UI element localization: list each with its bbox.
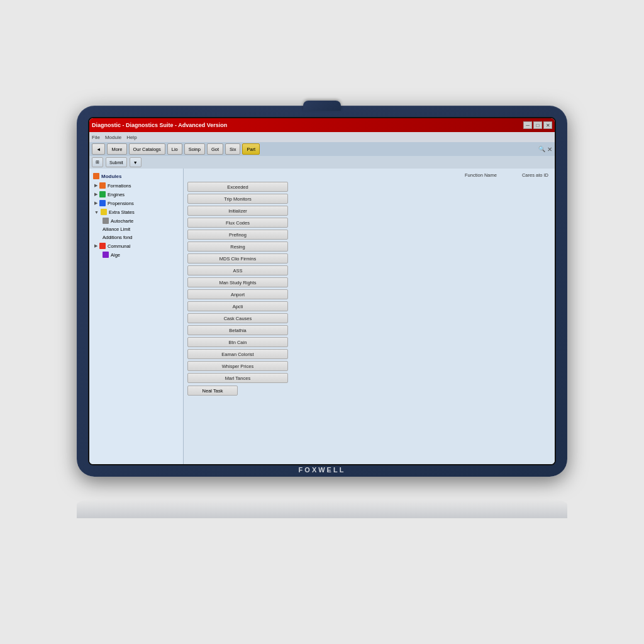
- menu-resing[interactable]: Resing: [187, 242, 288, 252]
- menu-mds[interactable]: MDS Clio Firmins: [187, 253, 288, 264]
- menu-flux-codes[interactable]: Flux Codes: [187, 218, 288, 228]
- toolbar-part[interactable]: Part: [242, 143, 260, 155]
- window-title: Diagnostic - Diagnostics Suite - Advance…: [92, 122, 523, 128]
- menu-betathia[interactable]: Betathia: [187, 325, 288, 335]
- search-icon: 🔍: [538, 146, 545, 152]
- sidebar-header: Modules: [92, 171, 180, 181]
- main-panel: Function Name Cares ato ID Exceeded Trip…: [184, 169, 555, 464]
- menu-eaman[interactable]: Eaman Colorist: [187, 349, 288, 359]
- menu-trip-monitors[interactable]: Trip Monitors: [187, 194, 288, 204]
- menu-ass[interactable]: ASS: [187, 265, 288, 275]
- col-function-name: Function Name: [465, 172, 497, 178]
- device-brand-logo: FOXWELL: [299, 466, 346, 474]
- menu-anport[interactable]: Anport: [187, 289, 288, 299]
- subtoolbar-icon[interactable]: ⊞: [92, 157, 103, 167]
- maximize-button[interactable]: □: [533, 121, 542, 129]
- toolbar-back[interactable]: ◄: [92, 143, 105, 155]
- sub-toolbar: ⊞ Submit ▼: [89, 156, 555, 169]
- autocharte-icon: [103, 218, 109, 224]
- toolbar-got[interactable]: Got: [207, 143, 223, 155]
- toolbar-more[interactable]: More: [107, 143, 126, 155]
- toolbar-soinp[interactable]: Soinp: [184, 143, 205, 155]
- window-titlebar: Diagnostic - Diagnostics Suite - Advance…: [89, 118, 555, 132]
- propensions-icon: [99, 200, 106, 206]
- handle: [303, 101, 341, 111]
- toolbar-lio[interactable]: Lio: [167, 143, 182, 155]
- toolbar: ◄ More Our Catalogs Lio Soinp Got Six Pa…: [89, 142, 555, 156]
- arrow-icon: ▶: [94, 201, 97, 206]
- menu-man-study[interactable]: Man Study Rights: [187, 277, 288, 287]
- sidebar-item-alge[interactable]: Alge: [92, 250, 180, 259]
- col-cares-id: Cares ato ID: [522, 172, 548, 178]
- next-task-button[interactable]: Neal Task: [187, 386, 238, 396]
- formations-icon: [99, 182, 106, 189]
- menu-marl[interactable]: Marl Tances: [187, 373, 288, 383]
- menu-file[interactable]: File: [92, 135, 100, 140]
- toolbar-x-button[interactable]: ✕: [547, 146, 552, 153]
- subtoolbar-dropdown[interactable]: ▼: [130, 157, 142, 167]
- sidebar: Modules ▶ Formations ▶ Engines ▶: [89, 169, 184, 464]
- engines-icon: [99, 191, 106, 197]
- device-reflection: [77, 499, 567, 518]
- close-button[interactable]: ✕: [543, 121, 552, 129]
- extrastates-icon: [101, 209, 107, 215]
- toolbar-six[interactable]: Six: [225, 143, 240, 155]
- menu-exceeded[interactable]: Exceeded: [187, 182, 288, 192]
- sidebar-item-additions[interactable]: Additions fond: [92, 233, 180, 242]
- modules-icon: [93, 173, 99, 179]
- arrow-icon: ▶: [94, 183, 97, 188]
- alge-icon: [103, 252, 109, 258]
- sidebar-item-propensions[interactable]: ▶ Propensions: [92, 199, 180, 208]
- sidebar-item-formations[interactable]: ▶ Formations: [92, 181, 180, 190]
- menu-bar: File Module Help: [89, 132, 555, 142]
- menu-cask-causes[interactable]: Cask Causes: [187, 313, 288, 323]
- toolbar-search-area: 🔍 ✕: [538, 146, 552, 153]
- device-screen: Diagnostic - Diagnostics Suite - Advance…: [88, 117, 556, 465]
- menu-help[interactable]: Help: [126, 135, 136, 140]
- menu-apcti[interactable]: Apcti: [187, 301, 288, 311]
- menu-whisper[interactable]: Whisper Prices: [187, 361, 288, 371]
- subtoolbar-submit[interactable]: Submit: [106, 157, 127, 167]
- sidebar-item-autocharte[interactable]: Autocharte: [92, 216, 180, 225]
- minimize-button[interactable]: ─: [523, 121, 532, 129]
- window-controls: ─ □ ✕: [523, 121, 552, 129]
- arrow-icon: ▶: [94, 192, 97, 197]
- arrow-icon: ▼: [94, 210, 99, 214]
- sidebar-item-alliance[interactable]: Alliance Limit: [92, 225, 180, 233]
- menu-module[interactable]: Module: [105, 135, 121, 140]
- foxwell-device: Diagnostic - Diagnostics Suite - Advance…: [77, 106, 567, 477]
- sidebar-item-engines[interactable]: ▶ Engines: [92, 190, 180, 199]
- status-bar: 🔒 Hotin TFib GxRO0 📱 Mobile i IvS.2 Tiit…: [89, 464, 555, 465]
- panel-header: Function Name Cares ato ID: [187, 172, 551, 178]
- menu-initializer[interactable]: Initializer: [187, 206, 288, 216]
- communal-icon: [99, 243, 106, 249]
- arrow-icon: ▶: [94, 243, 97, 248]
- sidebar-item-communal[interactable]: ▶ Communal: [92, 242, 180, 250]
- menu-list: Exceeded Trip Monitors Initializer Flux …: [187, 182, 551, 383]
- toolbar-catalogs[interactable]: Our Catalogs: [129, 143, 165, 155]
- menu-prefinog[interactable]: Prefinog: [187, 230, 288, 240]
- sidebar-item-extra-states[interactable]: ▼ Extra States: [92, 208, 180, 216]
- main-content: Modules ▶ Formations ▶ Engines ▶: [89, 169, 555, 464]
- menu-btn-cain[interactable]: Btn Cain: [187, 337, 288, 347]
